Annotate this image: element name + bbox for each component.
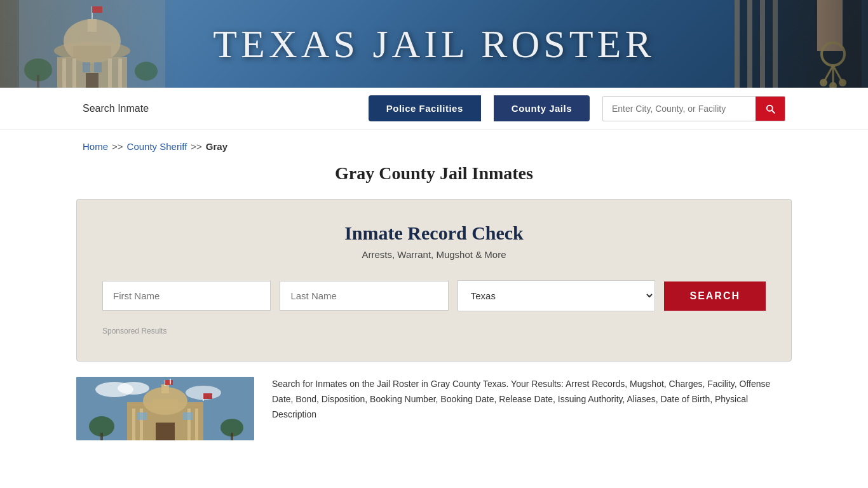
svg-rect-17 [37, 75, 39, 88]
svg-rect-51 [203, 393, 212, 399]
bottom-building-image [76, 377, 254, 440]
search-inmate-label: Search Inmate [83, 103, 149, 114]
police-facilities-button[interactable]: Police Facilities [369, 95, 481, 121]
record-check-form: AlabamaAlaskaArizonaArkansasCaliforniaCo… [102, 280, 766, 311]
svg-rect-15 [86, 73, 98, 88]
svg-rect-14 [94, 62, 102, 72]
bottom-section: Search for Inmates on the Jail Roster in… [76, 377, 792, 453]
svg-rect-12 [118, 58, 122, 88]
record-check-title: Inmate Record Check [102, 222, 766, 244]
search-button[interactable]: SEARCH [664, 281, 766, 311]
svg-rect-41 [165, 380, 173, 385]
svg-rect-9 [62, 58, 66, 88]
svg-rect-48 [137, 412, 147, 420]
svg-rect-11 [108, 58, 112, 88]
last-name-input[interactable] [280, 281, 448, 311]
nav-search-input[interactable] [603, 97, 756, 120]
svg-rect-4 [73, 46, 111, 58]
svg-rect-5 [88, 19, 97, 32]
breadcrumb-sep1: >> [112, 141, 123, 152]
svg-rect-13 [83, 62, 90, 72]
svg-point-18 [135, 62, 158, 81]
search-icon [764, 103, 776, 114]
svg-rect-7 [92, 6, 102, 13]
county-jails-button[interactable]: County Jails [494, 95, 590, 121]
svg-rect-39 [161, 384, 169, 393]
capitol-image [19, 0, 165, 88]
header-banner: Texas Jail Roster [0, 0, 868, 88]
nav-search-button[interactable] [756, 97, 785, 121]
sponsored-results-label: Sponsored Results [102, 327, 766, 336]
breadcrumb-current: Gray [206, 141, 227, 152]
breadcrumb-county-sheriff-link[interactable]: County Sheriff [127, 141, 187, 152]
record-check-subtitle: Arrests, Warrant, Mugshot & More [102, 249, 766, 260]
svg-rect-10 [72, 58, 76, 88]
bottom-description: Search for Inmates on the Jail Roster in… [272, 377, 792, 440]
navbar: Search Inmate Police Facilities County J… [0, 88, 868, 130]
svg-rect-49 [183, 412, 193, 420]
svg-rect-38 [153, 399, 178, 410]
banner-overlay-right [728, 0, 868, 88]
breadcrumb-home-link[interactable]: Home [83, 141, 108, 152]
nav-search-wrapper [602, 96, 785, 121]
first-name-input[interactable] [102, 281, 271, 311]
svg-point-34 [118, 382, 149, 395]
svg-rect-55 [231, 433, 233, 440]
page-title: Gray County Jail Inmates [0, 157, 868, 199]
record-check-section: Inmate Record Check Arrests, Warrant, Mu… [76, 199, 792, 362]
svg-rect-53 [100, 433, 103, 440]
state-select[interactable]: AlabamaAlaskaArizonaArkansasCaliforniaCo… [458, 280, 656, 311]
svg-rect-46 [195, 409, 198, 440]
building-svg [76, 377, 254, 440]
breadcrumb: Home >> County Sheriff >> Gray [0, 130, 868, 157]
breadcrumb-sep2: >> [191, 141, 202, 152]
svg-rect-43 [132, 409, 135, 440]
banner-title: Texas Jail Roster [213, 22, 655, 67]
svg-rect-47 [156, 423, 175, 440]
